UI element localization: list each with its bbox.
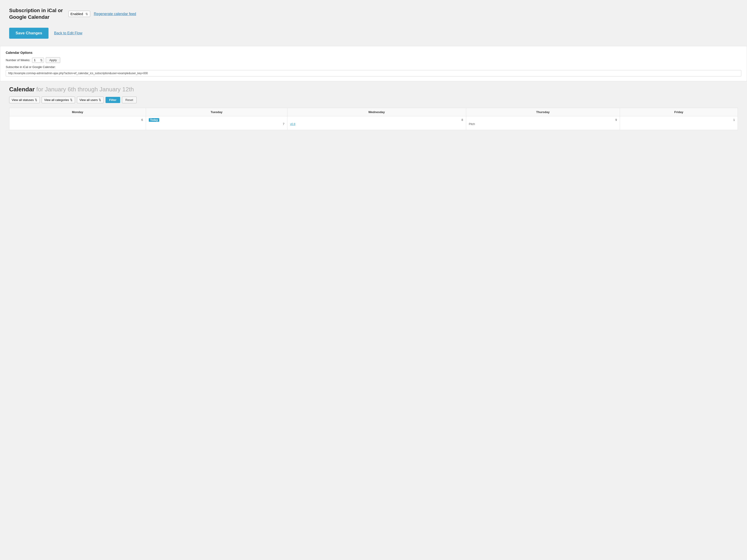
users-select[interactable]: View all users <box>79 98 98 102</box>
calendar-options-section: Calendar Options Number of Weeks: ⇅ Appl… <box>0 46 747 81</box>
statuses-spinner-icon: ⇅ <box>35 98 37 102</box>
col-wednesday: Wednesday <box>287 108 466 116</box>
col-monday: Monday <box>9 108 146 116</box>
filter-button[interactable]: Filter <box>105 97 120 103</box>
thursday-event: Pitch <box>469 123 475 126</box>
wednesday-cell: 8 v0.8 <box>287 116 466 130</box>
calendar-table: Monday Tuesday Wednesday Thursday Friday… <box>9 108 738 130</box>
subscribe-label: Subscribe in iCal or Google Calendar: <box>6 65 741 69</box>
col-tuesday: Tuesday <box>146 108 287 116</box>
wednesday-day-number: 8 <box>290 118 463 122</box>
users-filter-wrapper[interactable]: View all users ⇅ <box>77 97 104 103</box>
subscribe-url-input[interactable] <box>6 70 741 76</box>
weeks-input[interactable] <box>33 58 40 62</box>
subscription-title: Subscription in iCal or Google Calendar <box>9 7 63 20</box>
subscription-title-line2: Google Calendar <box>9 14 49 20</box>
select-spinner-icon: ⇅ <box>85 12 88 16</box>
calendar-title: Calendar for January 6th through January… <box>9 86 738 93</box>
action-row: Save Changes Back to Edit Flow <box>9 28 738 39</box>
today-badge: Today <box>149 118 159 122</box>
tuesday-cell: Today 7 <box>146 116 287 130</box>
save-changes-button[interactable]: Save Changes <box>9 28 49 39</box>
wednesday-event[interactable]: v0.8 <box>290 123 295 126</box>
users-spinner-icon: ⇅ <box>99 98 101 102</box>
calendar-date-range: for January 6th through January 12th <box>36 86 134 93</box>
weeks-label: Number of Weeks: <box>6 58 30 62</box>
friday-day-number: 1 <box>623 118 735 122</box>
col-friday: Friday <box>620 108 738 116</box>
status-select[interactable]: Enabled Disabled <box>71 12 84 16</box>
thursday-day-number: 9 <box>469 118 617 122</box>
thursday-cell: 9 Pitch <box>466 116 620 130</box>
apply-button[interactable]: Apply <box>46 57 60 63</box>
table-row: 6 Today 7 8 v0.8 9 Pitch 1 <box>9 116 738 130</box>
top-section: Subscription in iCal or Google Calendar … <box>0 0 747 46</box>
categories-filter-wrapper[interactable]: View all categories ⇅ <box>42 97 75 103</box>
calendar-header-row: Monday Tuesday Wednesday Thursday Friday <box>9 108 738 116</box>
categories-select[interactable]: View all categories <box>44 98 69 102</box>
weeks-spinner-icon: ⇅ <box>40 58 43 62</box>
monday-day-number: 6 <box>12 118 143 122</box>
filter-row: View all statuses ⇅ View all categories … <box>9 97 738 103</box>
weeks-input-wrapper[interactable]: ⇅ <box>32 58 44 63</box>
categories-spinner-icon: ⇅ <box>70 98 73 102</box>
subscription-controls: Enabled Disabled ⇅ Regenerate calendar f… <box>69 11 136 17</box>
monday-cell: 6 <box>9 116 146 130</box>
friday-cell: 1 <box>620 116 738 130</box>
status-select-wrapper[interactable]: Enabled Disabled ⇅ <box>69 11 90 17</box>
tuesday-day-number: 7 <box>149 122 284 126</box>
statuses-select[interactable]: View all statuses <box>12 98 34 102</box>
statuses-filter-wrapper[interactable]: View all statuses ⇅ <box>9 97 40 103</box>
subscription-row: Subscription in iCal or Google Calendar … <box>9 7 738 20</box>
subscription-title-line1: Subscription in iCal or <box>9 7 63 13</box>
regenerate-link[interactable]: Regenerate calendar feed <box>94 12 136 16</box>
col-thursday: Thursday <box>466 108 620 116</box>
calendar-title-text: Calendar <box>9 86 34 93</box>
weeks-row: Number of Weeks: ⇅ Apply <box>6 57 741 63</box>
calendar-options-title: Calendar Options <box>6 51 741 54</box>
reset-button[interactable]: Reset <box>122 97 137 103</box>
back-to-edit-flow-link[interactable]: Back to Edit Flow <box>54 31 82 35</box>
calendar-header-section: Calendar for January 6th through January… <box>0 81 747 108</box>
calendar-section: Monday Tuesday Wednesday Thursday Friday… <box>0 108 747 135</box>
